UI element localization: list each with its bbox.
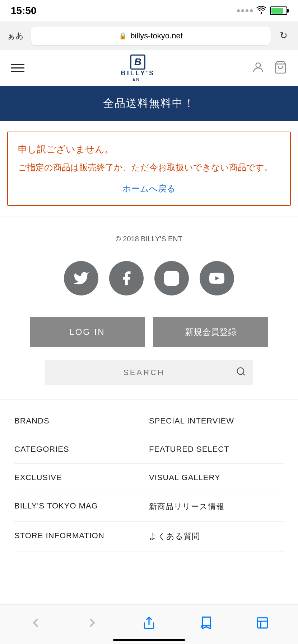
login-button[interactable]: LOG IN bbox=[30, 317, 145, 347]
error-title: 申し訳ございません。 bbox=[18, 143, 280, 156]
svg-line-7 bbox=[243, 374, 245, 375]
status-time: 15:50 bbox=[11, 5, 37, 16]
svg-point-4 bbox=[175, 274, 176, 275]
twitter-button[interactable] bbox=[64, 261, 98, 295]
facebook-button[interactable] bbox=[109, 261, 144, 295]
bookmarks-button[interactable] bbox=[193, 612, 218, 634]
home-link[interactable]: ホームへ戻る bbox=[18, 183, 280, 194]
browser-url-bar[interactable]: 🔒 billys-tokyo.net bbox=[31, 27, 271, 45]
search-button[interactable] bbox=[236, 366, 246, 379]
battery-icon bbox=[270, 6, 287, 15]
footer-nav-visual-gallery[interactable]: VISUAL GALLERY bbox=[149, 464, 284, 492]
back-button[interactable] bbox=[23, 612, 48, 634]
auth-buttons: LOG IN 新規会員登録 bbox=[0, 310, 298, 354]
refresh-button[interactable]: ↻ bbox=[276, 30, 291, 41]
browser-bar: ぁあ 🔒 billys-tokyo.net ↻ bbox=[0, 22, 298, 50]
footer-nav-categories[interactable]: CATEGORIES bbox=[14, 435, 149, 464]
logo-main-text: BILLY'S bbox=[121, 70, 155, 77]
footer: © 2018 BILLY'S ENT bbox=[0, 217, 298, 566]
footer-nav-grid: BRANDS SPECIAL INTERVIEW CATEGORIES FEAT… bbox=[14, 407, 284, 551]
svg-rect-9 bbox=[257, 617, 268, 628]
lock-icon: 🔒 bbox=[119, 32, 127, 40]
copyright: © 2018 BILLY'S ENT bbox=[0, 228, 298, 254]
status-bar: 15:50 bbox=[0, 0, 298, 22]
footer-nav-new-products[interactable]: 新商品リリース情報 bbox=[149, 492, 284, 522]
search-row bbox=[0, 354, 298, 399]
footer-nav-featured-select[interactable]: FEATURED SELECT bbox=[149, 435, 284, 464]
footer-nav-store-info[interactable]: STORE INFORMATION bbox=[14, 522, 149, 551]
social-row bbox=[0, 254, 298, 310]
footer-nav-special-interview[interactable]: SPECIAL INTERVIEW bbox=[149, 407, 284, 435]
footer-nav-tokyo-mag[interactable]: BILLY'S TOKYO MAG bbox=[14, 492, 149, 522]
search-container bbox=[45, 360, 253, 385]
instagram-button[interactable] bbox=[154, 261, 189, 295]
logo-sub-text: ENT bbox=[133, 77, 143, 81]
signal-icon bbox=[237, 9, 253, 12]
footer-nav-faq[interactable]: よくある質問 bbox=[149, 522, 284, 551]
header-icons bbox=[251, 61, 287, 76]
status-icons bbox=[237, 6, 287, 15]
ios-bottom-bar bbox=[0, 605, 298, 644]
footer-nav: BRANDS SPECIAL INTERVIEW CATEGORIES FEAT… bbox=[0, 399, 298, 566]
site-logo[interactable]: B BILLY'S ENT bbox=[121, 55, 155, 81]
share-button[interactable] bbox=[136, 612, 162, 634]
svg-point-3 bbox=[169, 276, 174, 281]
hamburger-menu-button[interactable] bbox=[11, 64, 24, 72]
register-button[interactable]: 新規会員登録 bbox=[153, 317, 268, 347]
youtube-button[interactable] bbox=[200, 261, 234, 295]
tabs-button[interactable] bbox=[250, 612, 275, 634]
footer-nav-exclusive[interactable]: EXCLUSIVE bbox=[14, 464, 149, 492]
promo-banner-text: 全品送料無料中！ bbox=[103, 97, 195, 109]
cart-icon[interactable] bbox=[274, 61, 287, 76]
user-icon[interactable] bbox=[251, 61, 265, 76]
browser-url: billys-tokyo.net bbox=[130, 31, 183, 41]
browser-aa-button[interactable]: ぁあ bbox=[7, 30, 25, 41]
error-box: 申し訳ございません。 ご指定の商品は販売終了か、ただ今お取扱いできない商品です。… bbox=[7, 132, 291, 206]
search-input[interactable] bbox=[52, 368, 236, 377]
home-indicator bbox=[113, 639, 185, 641]
svg-point-0 bbox=[256, 63, 261, 67]
promo-banner: 全品送料無料中！ bbox=[0, 86, 298, 121]
footer-nav-brands[interactable]: BRANDS bbox=[14, 407, 149, 435]
site-header: B BILLY'S ENT bbox=[0, 50, 298, 86]
forward-button[interactable] bbox=[80, 612, 105, 634]
error-body: ご指定の商品は販売終了か、ただ今お取扱いできない商品です。 bbox=[18, 161, 280, 174]
logo-b-letter: B bbox=[134, 56, 141, 68]
wifi-icon bbox=[256, 6, 266, 15]
svg-point-6 bbox=[237, 368, 244, 375]
